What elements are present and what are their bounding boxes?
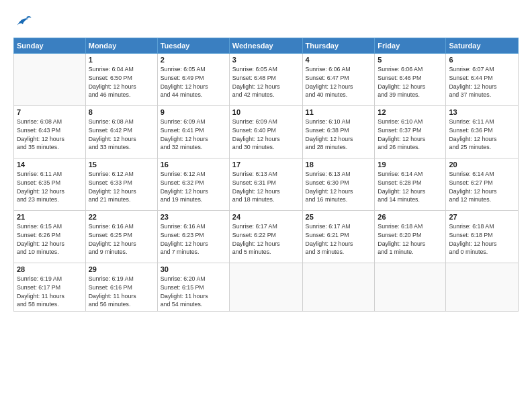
day-number: 9 [161,108,226,116]
day-number: 15 [89,161,154,169]
calendar-cell: 3Sunrise: 6:05 AM Sunset: 6:48 PM Daylig… [229,54,302,106]
day-number: 22 [89,213,154,221]
day-info: Sunrise: 6:16 AM Sunset: 6:23 PM Dayligh… [161,222,226,257]
calendar-header-row: SundayMondayTuesdayWednesdayThursdayFrid… [14,38,519,54]
day-info: Sunrise: 6:08 AM Sunset: 6:42 PM Dayligh… [89,118,154,152]
calendar-cell [302,263,375,312]
day-info: Sunrise: 6:08 AM Sunset: 6:43 PM Dayligh… [17,118,83,152]
day-number: 4 [306,56,372,64]
day-number: 28 [17,265,83,273]
day-info: Sunrise: 6:06 AM Sunset: 6:46 PM Dayligh… [378,65,443,99]
day-info: Sunrise: 6:05 AM Sunset: 6:48 PM Dayligh… [232,65,300,99]
day-info: Sunrise: 6:17 AM Sunset: 6:22 PM Dayligh… [232,222,300,257]
day-info: Sunrise: 6:13 AM Sunset: 6:30 PM Dayligh… [306,170,372,204]
calendar-week-row: 21Sunrise: 6:15 AM Sunset: 6:26 PM Dayli… [14,211,519,263]
col-header-tuesday: Tuesday [157,38,229,54]
calendar-cell: 1Sunrise: 6:04 AM Sunset: 6:50 PM Daylig… [85,54,157,106]
day-number: 7 [17,108,83,116]
col-header-friday: Friday [375,38,446,54]
calendar-cell: 9Sunrise: 6:09 AM Sunset: 6:41 PM Daylig… [157,106,229,158]
calendar-cell: 7Sunrise: 6:08 AM Sunset: 6:43 PM Daylig… [14,106,86,158]
day-info: Sunrise: 6:13 AM Sunset: 6:31 PM Dayligh… [232,170,300,204]
page-header [13,12,519,31]
day-number: 16 [161,161,226,169]
calendar-week-row: 28Sunrise: 6:19 AM Sunset: 6:17 PM Dayli… [14,263,519,312]
logo-bird-icon [13,12,32,31]
calendar-cell: 6Sunrise: 6:07 AM Sunset: 6:44 PM Daylig… [446,54,519,106]
calendar-cell: 21Sunrise: 6:15 AM Sunset: 6:26 PM Dayli… [14,211,86,263]
day-number: 20 [449,161,515,169]
calendar-cell: 19Sunrise: 6:14 AM Sunset: 6:28 PM Dayli… [375,158,446,211]
day-info: Sunrise: 6:04 AM Sunset: 6:50 PM Dayligh… [89,65,154,99]
day-info: Sunrise: 6:15 AM Sunset: 6:26 PM Dayligh… [17,222,83,257]
day-number: 29 [89,265,154,273]
day-info: Sunrise: 6:10 AM Sunset: 6:38 PM Dayligh… [306,118,372,152]
day-info: Sunrise: 6:14 AM Sunset: 6:27 PM Dayligh… [449,170,515,204]
calendar-cell: 4Sunrise: 6:06 AM Sunset: 6:47 PM Daylig… [302,54,375,106]
calendar-cell: 5Sunrise: 6:06 AM Sunset: 6:46 PM Daylig… [375,54,446,106]
calendar-cell: 15Sunrise: 6:12 AM Sunset: 6:33 PM Dayli… [85,158,157,211]
day-number: 25 [306,213,372,221]
calendar-cell [375,263,446,312]
day-info: Sunrise: 6:19 AM Sunset: 6:16 PM Dayligh… [89,275,154,309]
calendar-cell: 23Sunrise: 6:16 AM Sunset: 6:23 PM Dayli… [157,211,229,263]
day-info: Sunrise: 6:20 AM Sunset: 6:15 PM Dayligh… [161,275,226,309]
calendar-cell: 26Sunrise: 6:18 AM Sunset: 6:20 PM Dayli… [375,211,446,263]
day-number: 30 [161,265,226,273]
calendar-cell: 2Sunrise: 6:05 AM Sunset: 6:49 PM Daylig… [157,54,229,106]
col-header-thursday: Thursday [302,38,375,54]
day-number: 5 [378,56,443,64]
calendar-cell: 24Sunrise: 6:17 AM Sunset: 6:22 PM Dayli… [229,211,302,263]
day-number: 24 [232,213,300,221]
day-info: Sunrise: 6:11 AM Sunset: 6:35 PM Dayligh… [17,170,83,204]
calendar-week-row: 1Sunrise: 6:04 AM Sunset: 6:50 PM Daylig… [14,54,519,106]
col-header-saturday: Saturday [446,38,519,54]
day-info: Sunrise: 6:14 AM Sunset: 6:28 PM Dayligh… [378,170,443,204]
day-info: Sunrise: 6:09 AM Sunset: 6:40 PM Dayligh… [232,118,300,152]
day-number: 12 [378,108,443,116]
day-number: 1 [89,56,154,64]
day-info: Sunrise: 6:09 AM Sunset: 6:41 PM Dayligh… [161,118,226,152]
calendar-cell: 18Sunrise: 6:13 AM Sunset: 6:30 PM Dayli… [302,158,375,211]
day-number: 3 [232,56,300,64]
day-info: Sunrise: 6:11 AM Sunset: 6:36 PM Dayligh… [449,118,515,152]
col-header-sunday: Sunday [14,38,86,54]
day-info: Sunrise: 6:12 AM Sunset: 6:32 PM Dayligh… [161,170,226,204]
calendar-cell: 17Sunrise: 6:13 AM Sunset: 6:31 PM Dayli… [229,158,302,211]
day-info: Sunrise: 6:18 AM Sunset: 6:18 PM Dayligh… [449,222,515,257]
calendar-cell: 10Sunrise: 6:09 AM Sunset: 6:40 PM Dayli… [229,106,302,158]
day-number: 14 [17,161,83,169]
calendar-week-row: 7Sunrise: 6:08 AM Sunset: 6:43 PM Daylig… [14,106,519,158]
day-number: 8 [89,108,154,116]
day-number: 21 [17,213,83,221]
day-number: 23 [161,213,226,221]
day-number: 2 [161,56,226,64]
calendar-cell: 14Sunrise: 6:11 AM Sunset: 6:35 PM Dayli… [14,158,86,211]
day-info: Sunrise: 6:07 AM Sunset: 6:44 PM Dayligh… [449,65,515,99]
calendar-cell [446,263,519,312]
day-info: Sunrise: 6:06 AM Sunset: 6:47 PM Dayligh… [306,65,372,99]
calendar-cell: 20Sunrise: 6:14 AM Sunset: 6:27 PM Dayli… [446,158,519,211]
calendar-cell: 28Sunrise: 6:19 AM Sunset: 6:17 PM Dayli… [14,263,86,312]
calendar-table: SundayMondayTuesdayWednesdayThursdayFrid… [13,38,519,312]
day-info: Sunrise: 6:18 AM Sunset: 6:20 PM Dayligh… [378,222,443,257]
calendar-cell: 22Sunrise: 6:16 AM Sunset: 6:25 PM Dayli… [85,211,157,263]
day-number: 17 [232,161,300,169]
day-info: Sunrise: 6:16 AM Sunset: 6:25 PM Dayligh… [89,222,154,257]
calendar-cell: 27Sunrise: 6:18 AM Sunset: 6:18 PM Dayli… [446,211,519,263]
day-number: 27 [449,213,515,221]
day-number: 10 [232,108,300,116]
day-info: Sunrise: 6:17 AM Sunset: 6:21 PM Dayligh… [306,222,372,257]
calendar-cell [14,54,86,106]
calendar-week-row: 14Sunrise: 6:11 AM Sunset: 6:35 PM Dayli… [14,158,519,211]
day-number: 26 [378,213,443,221]
calendar-cell: 29Sunrise: 6:19 AM Sunset: 6:16 PM Dayli… [85,263,157,312]
calendar-cell [229,263,302,312]
day-info: Sunrise: 6:05 AM Sunset: 6:49 PM Dayligh… [161,65,226,99]
day-info: Sunrise: 6:12 AM Sunset: 6:33 PM Dayligh… [89,170,154,204]
day-number: 11 [306,108,372,116]
calendar-cell: 30Sunrise: 6:20 AM Sunset: 6:15 PM Dayli… [157,263,229,312]
day-info: Sunrise: 6:10 AM Sunset: 6:37 PM Dayligh… [378,118,443,152]
day-number: 18 [306,161,372,169]
calendar-cell: 13Sunrise: 6:11 AM Sunset: 6:36 PM Dayli… [446,106,519,158]
